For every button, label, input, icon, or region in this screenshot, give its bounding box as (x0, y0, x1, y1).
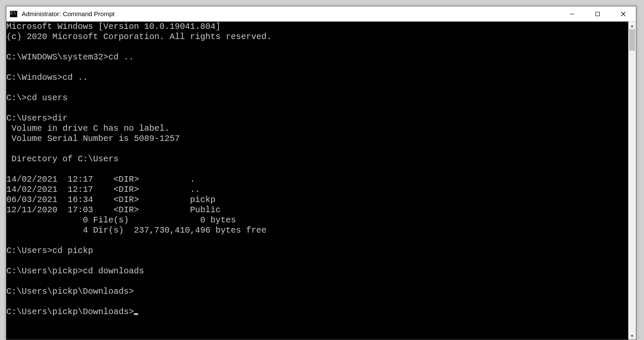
terminal-line: 14/02/2021 12:17 <DIR> .. (6, 185, 200, 194)
terminal-line: C:\Users\pickp\Downloads> (6, 287, 134, 296)
terminal-line: Directory of C:\Users (6, 154, 119, 164)
terminal-line: 06/03/2021 16:34 <DIR> pickp (6, 195, 216, 205)
terminal-line: 12/11/2020 17:03 <DIR> Public (6, 205, 221, 215)
current-prompt[interactable]: C:\Users\pickp\Downloads> (6, 307, 134, 317)
titlebar[interactable]: Administrator: Command Prompt (6, 6, 636, 22)
scroll-track[interactable] (628, 29, 636, 332)
maximize-icon (595, 11, 600, 17)
terminal-line: 14/02/2021 12:17 <DIR> . (6, 174, 195, 184)
close-button[interactable] (610, 6, 636, 21)
cmd-icon (10, 11, 17, 17)
close-icon (621, 11, 626, 17)
terminal-line: Volume in drive C has no label. (6, 124, 170, 133)
terminal-line: C:\WINDOWS\system32>cd .. (6, 52, 134, 62)
svg-rect-1 (596, 12, 600, 16)
terminal-line: 4 Dir(s) 237,730,410,496 bytes free (6, 225, 267, 235)
terminal-output[interactable]: Microsoft Windows [Version 10.0.19041.80… (6, 22, 628, 340)
terminal-line: C:\Users>dir (6, 113, 68, 123)
maximize-button[interactable] (585, 6, 610, 21)
terminal-line: C:\>cd users (6, 93, 68, 103)
minimize-icon (570, 11, 575, 17)
scroll-thumb[interactable] (629, 29, 635, 51)
terminal-line: (c) 2020 Microsoft Corporation. All righ… (6, 32, 272, 42)
text-cursor (134, 313, 138, 315)
terminal-area: Microsoft Windows [Version 10.0.19041.80… (6, 22, 636, 340)
terminal-line: C:\Users\pickp>cd downloads (6, 266, 144, 276)
window-controls (559, 6, 636, 21)
terminal-line: C:\Windows>cd .. (6, 73, 88, 82)
window-title: Administrator: Command Prompt (22, 10, 559, 17)
cmd-window: Administrator: Command Prompt Microsoft … (6, 6, 636, 340)
terminal-line: Microsoft Windows [Version 10.0.19041.80… (6, 22, 221, 31)
vertical-scrollbar[interactable]: ▲ ▼ (628, 22, 636, 340)
minimize-button[interactable] (559, 6, 585, 21)
terminal-line: Volume Serial Number is 5089-1257 (6, 134, 180, 143)
scroll-up-arrow-icon[interactable]: ▲ (628, 22, 636, 29)
terminal-line: C:\Users>cd pickp (6, 246, 93, 256)
scroll-down-arrow-icon[interactable]: ▼ (628, 332, 636, 340)
terminal-line: 0 File(s) 0 bytes (6, 215, 236, 225)
